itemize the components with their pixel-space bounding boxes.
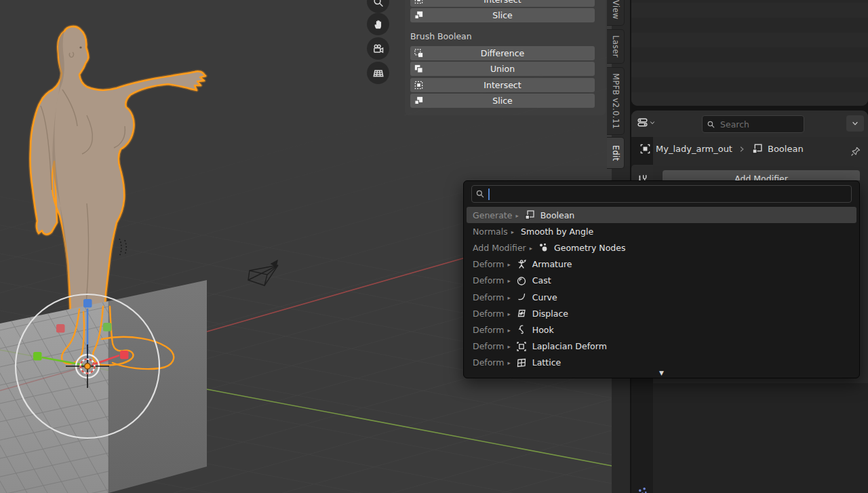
submenu-arrow: ▸	[507, 327, 510, 334]
menu-item-category: Deform	[473, 341, 504, 351]
menu-item-label: Boolean	[540, 210, 575, 220]
geometry-nodes-icon	[538, 242, 549, 253]
menu-item-cast[interactable]: Deform▸Cast	[467, 273, 856, 289]
menu-item-smooth-by-angle[interactable]: Normals▸Smooth by Angle	[467, 223, 856, 239]
menu-item-label: Smooth by Angle	[521, 226, 593, 237]
menu-item-label: Armature	[532, 259, 572, 269]
properties-header	[631, 111, 868, 137]
outliner-region[interactable]	[631, 0, 868, 106]
union-button[interactable]: Union	[410, 62, 595, 76]
menu-item-category: Deform	[473, 357, 504, 368]
menu-item-armature[interactable]: Deform▸Armature	[467, 256, 856, 273]
brush-boolean-title: Brush Boolean	[410, 31, 472, 41]
armature-icon	[516, 259, 527, 270]
button-label: Intersect	[484, 80, 521, 90]
button-label: Difference	[481, 48, 524, 58]
gizmo-handle-z[interactable]	[83, 299, 92, 308]
text-cursor	[488, 189, 490, 200]
displace-icon	[516, 308, 527, 319]
hook-icon	[516, 324, 527, 335]
toggle-grid-button[interactable]	[367, 62, 389, 84]
gizmo-handle-y[interactable]	[33, 352, 42, 361]
submenu-arrow: ▸	[515, 212, 518, 219]
editor-type-button[interactable]	[637, 117, 656, 128]
menu-item-category: Deform	[473, 325, 504, 335]
search-icon	[475, 189, 485, 199]
slice-icon	[414, 96, 424, 106]
menu-item-category: Generate	[473, 210, 512, 220]
add-modifier-button[interactable]: Add Modifier	[663, 170, 860, 180]
breadcrumb-modifier-name[interactable]: Boolean	[768, 144, 804, 154]
menu-item-label: Displace	[532, 309, 568, 319]
properties-editor-icon	[637, 117, 648, 128]
button-label: Slice	[492, 96, 512, 106]
npanel-tab-view[interactable]: View	[607, 0, 625, 26]
union-icon	[414, 64, 424, 74]
outliner-row	[631, 33, 868, 47]
properties-tab-particles[interactable]	[637, 486, 648, 493]
scroll-more-indicator[interactable]: ▼	[464, 370, 859, 376]
intersect-icon	[414, 0, 424, 5]
hand-icon	[372, 18, 384, 31]
pin-icon[interactable]	[850, 146, 861, 157]
submenu-arrow: ▸	[507, 359, 510, 366]
cast-icon	[516, 275, 527, 286]
menu-item-geometry-nodes[interactable]: Add Modifier▸Geometry Nodes	[467, 239, 856, 256]
pan-button[interactable]	[367, 13, 389, 35]
properties-search-box[interactable]	[702, 115, 804, 133]
menu-item-label: Hook	[532, 325, 554, 335]
menu-item-list: Generate▸BooleanNormals▸Smooth by AngleA…	[464, 207, 859, 371]
button-label: Slice	[492, 10, 512, 20]
menu-item-boolean[interactable]: Generate▸Boolean	[467, 207, 856, 223]
outliner-row	[631, 3, 868, 18]
npanel-tab-mpfb-v2-0-11[interactable]: MPFB v2.0.11	[607, 67, 625, 135]
submenu-arrow: ▸	[507, 311, 510, 317]
intersect-button[interactable]: Intersect	[410, 0, 595, 7]
intersect-button[interactable]: Intersect	[410, 78, 595, 92]
chevron-right-icon	[738, 145, 746, 153]
slice-button[interactable]: Slice	[410, 94, 595, 108]
properties-search-input[interactable]	[719, 119, 789, 130]
add-modifier-clip: Add Modifier	[663, 170, 860, 180]
camera-view-button[interactable]	[367, 37, 389, 60]
intersect-icon	[414, 80, 424, 90]
menu-item-category: Deform	[473, 292, 504, 302]
menu-item-lattice[interactable]: Deform▸Lattice	[467, 355, 856, 371]
boolean-modifier-icon	[751, 143, 763, 155]
gizmo-handle-y-neg[interactable]	[103, 323, 112, 332]
submenu-arrow: ▸	[530, 245, 532, 252]
slice-button[interactable]: Slice	[410, 8, 595, 22]
grid-icon	[372, 67, 384, 79]
menu-item-hook[interactable]: Deform▸Hook	[467, 321, 856, 338]
menu-item-category: Deform	[473, 275, 504, 285]
object-icon	[639, 143, 651, 155]
button-label: Intersect	[484, 0, 521, 5]
eye	[79, 46, 81, 48]
search-icon	[707, 120, 715, 129]
menu-item-curve[interactable]: Deform▸Curve	[467, 289, 856, 305]
properties-content-lower	[653, 383, 868, 493]
menu-item-category: Deform	[473, 259, 504, 269]
submenu-arrow: ▸	[507, 277, 510, 284]
gizmo-handle-x-neg[interactable]	[56, 324, 65, 333]
zoom-icon	[372, 0, 384, 8]
menu-item-category: Add Modifier	[473, 243, 526, 253]
gizmo-handle-x[interactable]	[120, 351, 129, 359]
breadcrumb-object-name[interactable]: My_lady_arm_out	[656, 144, 732, 154]
menu-item-displace[interactable]: Deform▸Displace	[467, 305, 856, 321]
blender-window: { "colors": { "accent_orange": "#ff9c1c"…	[0, 0, 868, 493]
submenu-arrow: ▸	[511, 229, 514, 235]
menu-item-laplacian-deform[interactable]: Deform▸Laplacian Deform	[467, 338, 856, 355]
npanel-tab-laser[interactable]: Laser	[607, 29, 625, 64]
submenu-arrow: ▸	[507, 294, 510, 301]
menu-item-category: Normals	[473, 226, 508, 237]
npanel-tab-edit[interactable]: Edit	[607, 137, 625, 169]
header-collapse-button[interactable]	[846, 115, 864, 132]
menu-item-category: Deform	[473, 309, 504, 319]
chevron-down-icon	[851, 119, 859, 127]
laplacian-icon	[516, 341, 527, 352]
difference-button[interactable]: Difference	[410, 46, 595, 60]
npanel: IntersectSlice Brush Boolean DifferenceU…	[405, 0, 606, 115]
submenu-arrow: ▸	[507, 343, 510, 350]
menu-search-field[interactable]	[471, 185, 852, 203]
